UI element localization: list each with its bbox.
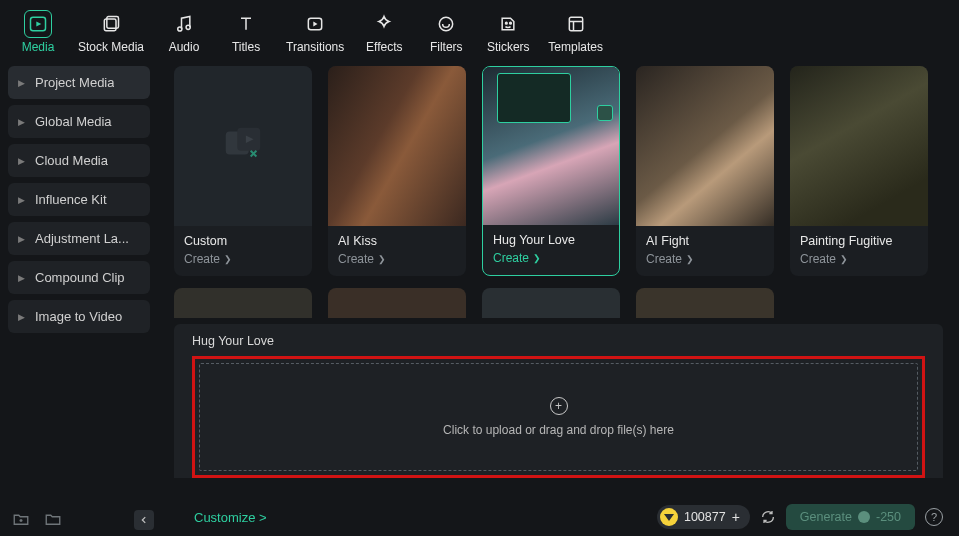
chevron-right-icon: ▶	[18, 117, 25, 127]
tab-transitions[interactable]: Transitions	[286, 10, 344, 54]
refresh-icon[interactable]	[760, 509, 776, 525]
collapse-sidebar-button[interactable]	[134, 510, 154, 530]
card-partial[interactable]	[636, 288, 774, 318]
generate-button[interactable]: Generate -250	[786, 504, 915, 530]
card-partial[interactable]	[482, 288, 620, 318]
media-icon	[28, 14, 48, 34]
chevron-right-icon: ▶	[18, 234, 25, 244]
generate-label: Generate	[800, 510, 852, 524]
tab-label: Titles	[232, 40, 260, 54]
effects-icon	[374, 14, 394, 34]
upload-dropzone[interactable]: + Click to upload or drag and drop file(…	[199, 363, 918, 471]
tab-media[interactable]: Media	[16, 10, 60, 54]
audio-icon	[174, 14, 194, 34]
chevron-right-icon: ▶	[18, 78, 25, 88]
tab-audio[interactable]: Audio	[162, 10, 206, 54]
chevron-right-icon: ❯	[533, 253, 541, 263]
svg-rect-9	[569, 17, 582, 30]
bottom-bar: Customize > 100877 + Generate -250 ?	[178, 504, 959, 530]
card-create-link[interactable]: Create❯	[338, 252, 456, 266]
upload-instruction-text: Click to upload or drag and drop file(s)…	[443, 423, 674, 437]
customize-link[interactable]: Customize >	[194, 510, 267, 525]
help-button[interactable]: ?	[925, 508, 943, 526]
card-create-link[interactable]: Create❯	[800, 252, 918, 266]
sidebar-item-image-to-video[interactable]: ▶Image to Video	[8, 300, 150, 333]
card-ai-fight[interactable]: AI Fight Create❯	[636, 66, 774, 276]
sidebar: ▶Project Media ▶Global Media ▶Cloud Medi…	[0, 58, 158, 534]
chevron-right-icon: ▶	[18, 312, 25, 322]
card-create-link[interactable]: Create❯	[493, 251, 609, 265]
coin-icon	[660, 508, 678, 526]
svg-point-3	[178, 27, 182, 31]
card-ai-kiss[interactable]: AI Kiss Create❯	[328, 66, 466, 276]
tab-titles[interactable]: Titles	[224, 10, 268, 54]
top-nav: Media Stock Media Audio Titles Transitio…	[0, 0, 959, 58]
generate-cost: -250	[876, 510, 901, 524]
stock-media-icon	[101, 14, 121, 34]
tab-label: Media	[22, 40, 55, 54]
custom-placeholder-icon	[220, 122, 266, 171]
card-title: AI Kiss	[338, 234, 456, 248]
thumbnail-image	[636, 66, 774, 226]
sidebar-item-global-media[interactable]: ▶Global Media	[8, 105, 150, 138]
transitions-icon	[305, 14, 325, 34]
folder-icon[interactable]	[44, 510, 62, 528]
coin-small-icon	[858, 511, 870, 523]
add-credits-button[interactable]: +	[732, 509, 740, 525]
card-title: Hug Your Love	[493, 233, 609, 247]
chevron-right-icon: ▶	[18, 273, 25, 283]
highlight-annotation: + Click to upload or drag and drop file(…	[192, 356, 925, 478]
card-hug-your-love[interactable]: Hug Your Love Create❯	[482, 66, 620, 276]
tab-templates[interactable]: Templates	[548, 10, 603, 54]
thumbnail-image	[328, 66, 466, 226]
titles-icon	[236, 14, 256, 34]
chevron-right-icon: ❯	[224, 254, 232, 264]
tab-label: Stickers	[487, 40, 530, 54]
content-area: Custom Create❯ AI Kiss Create❯ Hug	[158, 58, 959, 534]
filters-icon	[436, 14, 456, 34]
sidebar-item-cloud-media[interactable]: ▶Cloud Media	[8, 144, 150, 177]
chevron-right-icon: ▶	[18, 195, 25, 205]
tab-label: Stock Media	[78, 40, 144, 54]
svg-point-4	[186, 25, 190, 29]
tab-label: Filters	[430, 40, 463, 54]
sidebar-item-label: Project Media	[35, 75, 114, 90]
card-create-link[interactable]: Create❯	[646, 252, 764, 266]
sidebar-item-adjustment-layer[interactable]: ▶Adjustment La...	[8, 222, 150, 255]
sidebar-item-label: Compound Clip	[35, 270, 125, 285]
credits-display[interactable]: 100877 +	[657, 505, 750, 529]
sidebar-item-compound-clip[interactable]: ▶Compound Clip	[8, 261, 150, 294]
sidebar-item-label: Cloud Media	[35, 153, 108, 168]
chevron-left-icon	[139, 515, 149, 525]
sidebar-item-influence-kit[interactable]: ▶Influence Kit	[8, 183, 150, 216]
svg-point-8	[510, 22, 512, 24]
thumbnail-image	[790, 66, 928, 226]
chevron-right-icon: ❯	[378, 254, 386, 264]
upload-panel-title: Hug Your Love	[192, 334, 925, 348]
card-partial[interactable]	[174, 288, 312, 318]
chevron-right-icon: ❯	[840, 254, 848, 264]
sidebar-item-label: Adjustment La...	[35, 231, 129, 246]
chevron-right-icon: ▶	[18, 156, 25, 166]
tab-filters[interactable]: Filters	[424, 10, 468, 54]
template-grid: Custom Create❯ AI Kiss Create❯ Hug	[174, 66, 943, 276]
sidebar-item-project-media[interactable]: ▶Project Media	[8, 66, 150, 99]
tab-stock-media[interactable]: Stock Media	[78, 10, 144, 54]
card-custom[interactable]: Custom Create❯	[174, 66, 312, 276]
card-partial[interactable]	[328, 288, 466, 318]
sidebar-item-label: Influence Kit	[35, 192, 107, 207]
card-create-link[interactable]: Create❯	[184, 252, 302, 266]
stickers-icon	[498, 14, 518, 34]
card-painting-fugitive[interactable]: Painting Fugitive Create❯	[790, 66, 928, 276]
card-title: Custom	[184, 234, 302, 248]
download-icon[interactable]	[597, 105, 613, 121]
tab-effects[interactable]: Effects	[362, 10, 406, 54]
templates-icon	[566, 14, 586, 34]
svg-point-6	[440, 17, 453, 30]
sidebar-bottom-tools	[12, 510, 62, 528]
svg-point-7	[506, 22, 508, 24]
tab-stickers[interactable]: Stickers	[486, 10, 530, 54]
template-grid-row2	[174, 288, 943, 318]
new-folder-icon[interactable]	[12, 510, 30, 528]
tab-label: Templates	[548, 40, 603, 54]
